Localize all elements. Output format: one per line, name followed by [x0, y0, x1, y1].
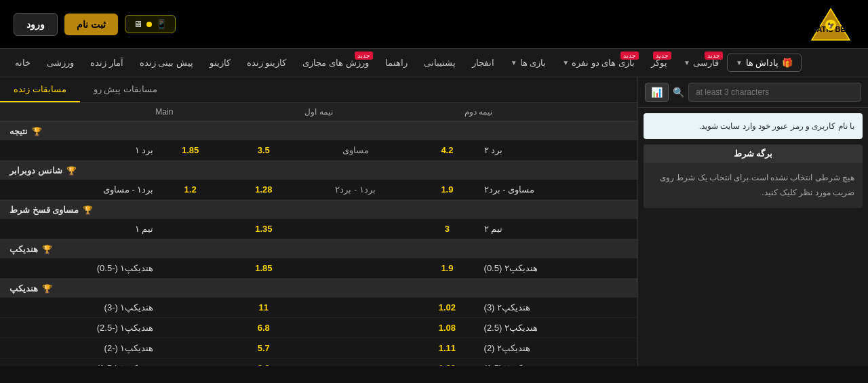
nav-item-persian[interactable]: جدید فارسی ▼: [675, 49, 727, 77]
odds1-cell[interactable]: 1.2: [153, 184, 226, 195]
handicap2-icon: 🏆: [42, 284, 52, 294]
odds2-cell[interactable]: 3: [410, 224, 484, 234]
team2-cell: مساوی - برد۲: [484, 184, 631, 195]
team1-cell: برد ۱: [7, 145, 153, 155]
device-toggle[interactable]: 📱 🖥: [125, 15, 176, 33]
draw-odds-cell[interactable]: 1.85: [227, 263, 300, 273]
header-actions: 📱 🖥 ثبت نام ورود: [14, 13, 176, 36]
odds2-cell[interactable]: 1.9: [410, 263, 484, 273]
calculator-button[interactable]: 📊: [645, 83, 669, 102]
login-prompt-text: با نام کاربری و رمز عبور خود وارد سایت ش…: [699, 121, 854, 131]
svg-text:🦅: 🦅: [827, 22, 835, 30]
nav-label: پشتیبانی: [424, 58, 456, 68]
odds2-cell[interactable]: 1.02: [410, 302, 484, 313]
odds2-cell[interactable]: 1.11: [410, 343, 484, 353]
draw-odds-cell[interactable]: 3.5: [227, 145, 300, 155]
nav-item-sports[interactable]: ورزشی: [39, 49, 82, 77]
search-input[interactable]: [688, 83, 861, 102]
draw-odds-cell[interactable]: 6.8: [227, 323, 300, 333]
tab-live[interactable]: مسابقات زنده: [0, 77, 80, 102]
table-row: مساوی - برد۲ 1.9 برد۱ - برد۲ 1.28 1.2 بر…: [0, 180, 637, 200]
nav-item-virtual[interactable]: جدید ورزش های مجازی: [294, 49, 376, 77]
draw-odds-cell[interactable]: 11: [227, 302, 300, 313]
double-chance-title: شانس دوبرابر: [9, 165, 62, 176]
nav-item-guide[interactable]: راهنما: [377, 49, 416, 77]
team2-cell: هندیکپ۲ (2.5): [484, 323, 631, 333]
team1-cell: هندیکپ۱ (-3): [7, 302, 153, 313]
persian-badge: جدید: [705, 52, 723, 60]
draw-label-cell: مساوی: [300, 145, 410, 155]
search-button[interactable]: 🔍: [673, 87, 684, 98]
nav-label: کازینو: [210, 58, 231, 68]
draw-odds-cell[interactable]: 3.3: [227, 363, 300, 366]
nav-item-live-betting[interactable]: پیش بینی زنده: [132, 49, 201, 77]
result-icon: 🏆: [32, 127, 42, 136]
nav-item-home[interactable]: خانه: [7, 49, 39, 77]
nav-label: ورزشی: [47, 58, 74, 68]
handicap2-title: هندیکپ: [9, 283, 38, 294]
nav-item-casino[interactable]: کازینو: [201, 49, 239, 77]
table-row: هندیکپ۲ (2.5) 1.08 6.8 هندیکپ۱ (-2.5): [0, 318, 637, 338]
team2-cell: هندیکپ۲ (3): [484, 302, 631, 313]
poker-badge: جدید: [653, 52, 671, 60]
main-layout: 🔍 📊 با نام کاربری و رمز عبور خود وارد سا…: [0, 77, 868, 366]
draw-odds-cell[interactable]: 1.35: [227, 224, 300, 234]
nav-item-games[interactable]: بازی ها ▼: [502, 49, 555, 77]
table-row: هندیکپ۲ (1.5) 1.29 3.3 هندیکپ۱ (-1.5): [0, 359, 637, 366]
nav-item-support[interactable]: پشتیبانی: [416, 49, 464, 77]
table-row: هندیکپ۲ (0.5) 1.9 1.85 هندیکپ۱ (-0.5): [0, 258, 637, 279]
bet-slip-empty-text: هیچ شرطی انتخاب نشده است.برای انتخاب یک …: [660, 173, 854, 197]
left-panel: 🔍 📊 با نام کاربری و رمز عبور خود وارد سا…: [637, 77, 868, 366]
handicap1-title: هندیکپ: [9, 244, 38, 254]
right-content: مسابقات پیش رو مسابقات زنده نیمه دوم نیم…: [0, 77, 637, 366]
team2-cell: هندیکپ۲ (2): [484, 343, 631, 353]
odds2-cell[interactable]: 1.29: [410, 363, 484, 366]
team1-cell: هندیکپ۱ (-1.5): [7, 363, 153, 366]
half2-header: نیمه دوم: [465, 107, 631, 117]
draw-odds-cell[interactable]: 5.7: [227, 343, 300, 353]
nav-item-live-stats[interactable]: آمار زنده: [82, 49, 132, 77]
search-bar: 🔍 📊: [638, 77, 868, 108]
odds2-cell[interactable]: 1.08: [410, 323, 484, 333]
section-handicap2-header: 🏆 هندیکپ: [0, 279, 637, 298]
login-button[interactable]: ورود: [14, 13, 58, 36]
login-prompt: با نام کاربری و رمز عبور خود وارد سایت ش…: [644, 113, 863, 139]
section-handicap1-header: 🏆 هندیکپ: [0, 239, 637, 258]
team2-cell: هندیکپ۲ (1.5): [484, 363, 631, 366]
draw-label-cell: برد۱ - برد۲: [300, 184, 410, 195]
header: BATIS BET 🦅 📱 🖥 ثبت نام ورود: [0, 0, 868, 49]
team1-cell: هندیکپ۱ (-0.5): [7, 263, 153, 273]
chevron-icon: ▼: [511, 59, 517, 66]
team2-cell: هندیکپ۲ (0.5): [484, 263, 631, 273]
register-button[interactable]: ثبت نام: [64, 14, 118, 35]
odds2-header: [381, 107, 465, 117]
nav-label: خانه: [15, 58, 31, 68]
tab-upcoming[interactable]: مسابقات پیش رو: [80, 77, 171, 102]
team2-cell: تیم ۲: [484, 224, 631, 234]
table-row: تیم ۲ 3 1.35 تیم ۱: [0, 219, 637, 239]
nav-item-live-casino[interactable]: کازینو زنده: [239, 49, 295, 77]
both-score-icon: 🏆: [83, 205, 93, 215]
both-score-title: مساوی قسخ شرط: [9, 205, 79, 215]
draw-odds-cell[interactable]: 1.28: [227, 184, 300, 195]
team1-cell: هندیکپ۱ (-2.5): [7, 323, 153, 333]
bet-slip-title: برگه شرط: [734, 148, 773, 159]
rewards-label: پاداش ها: [746, 58, 779, 68]
tab-live-label: مسابقات زنده: [14, 84, 66, 94]
nav-label: پیش بینی زنده: [140, 58, 193, 68]
nav-label: کازینو زنده: [247, 58, 287, 68]
nav-item-two-player[interactable]: جدید بازی های دو نفره ▼: [554, 49, 643, 77]
odds2-cell[interactable]: 1.9: [410, 184, 484, 195]
table-row: هندیکپ۲ (3) 1.02 11 هندیکپ۱ (-3): [0, 298, 637, 318]
odds1-cell[interactable]: 1.85: [153, 145, 226, 155]
team1-cell: برد۱ - مساوی: [7, 184, 153, 195]
nav-label: بازی ها: [520, 58, 547, 68]
nav-item-crash[interactable]: انفجار: [464, 49, 502, 77]
tab-upcoming-label: مسابقات پیش رو: [94, 84, 157, 94]
nav-label: آمار زنده: [90, 58, 123, 68]
main-header: Main: [7, 107, 173, 117]
odds2-cell[interactable]: 4.2: [410, 145, 484, 155]
nav-item-poker[interactable]: جدید پوکر: [643, 49, 675, 77]
rewards-button[interactable]: 🎁 پاداش ها ▼: [727, 54, 802, 72]
draw-header: نیمه اول: [256, 107, 381, 117]
